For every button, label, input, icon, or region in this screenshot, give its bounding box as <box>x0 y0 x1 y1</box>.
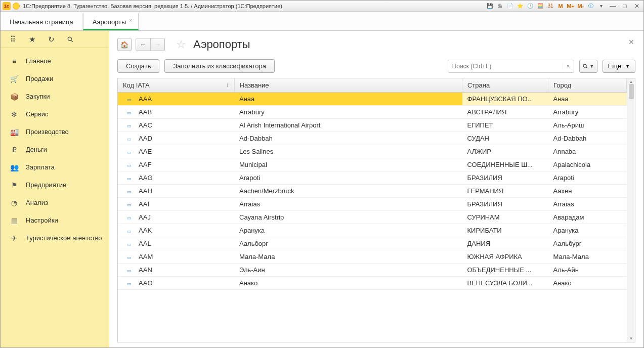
forward-button[interactable]: → <box>150 38 164 51</box>
sidebar-item-label: Предприятие <box>26 181 66 189</box>
sidebar-item-3[interactable]: ✻Сервис <box>1 105 109 123</box>
more-button-label: Еще <box>608 62 621 70</box>
close-window-button[interactable]: ✕ <box>632 2 641 10</box>
more-button[interactable]: Еще ▼ <box>603 60 635 73</box>
table-row[interactable]: ▭ AAFMunicipalСОЕДИНЕННЫЕ Ш...Apalachico… <box>118 158 627 171</box>
table-row[interactable]: ▭ AABArraburyАВСТРАЛИЯArrabury <box>118 106 627 119</box>
scroll-down-icon[interactable]: ▼ <box>629 336 633 341</box>
history-icon[interactable]: 🕓 <box>526 2 534 10</box>
memory-m-button[interactable]: M <box>556 2 565 10</box>
row-icon: ▭ <box>127 202 132 207</box>
close-page-button[interactable]: ✕ <box>628 38 634 46</box>
tab-close-icon[interactable]: × <box>129 18 132 23</box>
favorite-page-icon[interactable]: ☆ <box>176 38 186 51</box>
sidebar-item-5[interactable]: ₽Деньги <box>1 141 109 158</box>
sidebar-item-label: Производство <box>26 128 69 136</box>
table-row[interactable]: ▭ AAOАнакоВЕНЕСУЭЛА БОЛИ...Анако <box>118 277 627 290</box>
apps-icon[interactable]: ⠿ <box>8 34 18 45</box>
column-header-iata[interactable]: Код IATA↓ <box>118 78 234 93</box>
row-icon: ▭ <box>127 242 132 247</box>
sidebar-item-8[interactable]: ◔Анализ <box>1 194 109 211</box>
table-row[interactable]: ▭ AAHAachen/MerzbruckГЕРМАНИЯАахен <box>118 185 627 198</box>
page-toolbar: Создать Заполнить из классификатора × ▼ … <box>117 59 635 73</box>
sidebar-item-icon: 🏭 <box>10 127 19 137</box>
search-icon[interactable] <box>65 34 75 45</box>
create-button[interactable]: Создать <box>117 59 159 73</box>
favorite-icon[interactable]: ⭐ <box>516 2 524 10</box>
row-icon: ▭ <box>127 268 132 273</box>
row-icon: ▭ <box>127 150 132 155</box>
sidebar-item-icon: ◔ <box>10 198 19 207</box>
table-row[interactable]: ▭ AAELes SalinesАЛЖИРAnnaba <box>118 145 627 158</box>
sidebar-item-9[interactable]: ▤Настройки <box>1 211 109 229</box>
row-icon: ▭ <box>127 229 132 234</box>
svg-line-3 <box>586 67 587 68</box>
sidebar-item-icon: ✻ <box>10 110 19 119</box>
svg-point-2 <box>583 64 586 67</box>
row-icon: ▭ <box>127 97 132 102</box>
row-icon: ▭ <box>127 110 132 115</box>
clipboard-icon[interactable]: ↻ <box>46 34 56 45</box>
sidebar-toolbar: ⠿ ★ ↻ <box>1 31 109 48</box>
sidebar-item-7[interactable]: ⚑Предприятие <box>1 176 109 194</box>
table-row[interactable]: ▭ AADAd-DabbahСУДАНAd-Dabbah <box>118 132 627 145</box>
app-menu-dropdown-icon[interactable] <box>13 3 20 10</box>
maximize-button[interactable]: □ <box>620 2 629 10</box>
sidebar-item-2[interactable]: 📦Закупки <box>1 88 109 105</box>
app-logo-icon: 1c <box>3 2 11 10</box>
info-icon[interactable]: ⓘ <box>587 2 595 10</box>
table-row[interactable]: ▭ AACAl Arish International AirportЕГИПЕ… <box>118 119 627 132</box>
calculator-icon[interactable]: 🧮 <box>536 2 544 10</box>
search-options-button[interactable]: ▼ <box>579 60 597 73</box>
table-row[interactable]: ▭ AAIArraiasБРАЗИЛИЯArraias <box>118 198 627 211</box>
minimize-button[interactable]: — <box>608 2 617 10</box>
sidebar-item-0[interactable]: ≡Главное <box>1 52 109 70</box>
sidebar-item-10[interactable]: ✈Туристическое агентство <box>1 229 109 247</box>
vertical-scrollbar[interactable]: ▲ ▼ <box>627 78 635 342</box>
table-row[interactable]: ▭ AAJCayana AirstripСУРИНАМАварадам <box>118 211 627 224</box>
svg-point-0 <box>68 37 71 40</box>
sidebar-item-4[interactable]: 🏭Производство <box>1 123 109 141</box>
sidebar-item-label: Анализ <box>26 199 48 206</box>
sidebar-item-icon: 🛒 <box>10 74 19 83</box>
sidebar-item-icon: ≡ <box>10 57 19 66</box>
table-row[interactable]: ▭ AALАальборгДАНИЯАальбург <box>118 237 627 250</box>
column-header-country[interactable]: Страна <box>462 78 548 93</box>
sidebar-item-icon: 👥 <box>10 163 19 172</box>
sidebar-item-icon: ₽ <box>10 145 19 154</box>
table-row[interactable]: ▭ AAGArapotiБРАЗИЛИЯArapoti <box>118 171 627 185</box>
sidebar-item-6[interactable]: 👥Зарплата <box>1 158 109 176</box>
clear-search-button[interactable]: × <box>563 63 574 70</box>
fill-from-classifier-button[interactable]: Заполнить из классификатора <box>164 59 275 73</box>
table-row[interactable]: ▭ AANЭль-АинОБЪЕДИНЕННЫЕ ...Аль-Айн <box>118 264 627 277</box>
table-row[interactable]: ▭ AAMМала-МалаЮЖНАЯ АФРИКАМала-Мала <box>118 250 627 264</box>
memory-mplus-button[interactable]: M+ <box>567 2 575 10</box>
info-dropdown-icon[interactable]: ▾ <box>597 2 605 10</box>
save-icon[interactable]: 💾 <box>486 2 494 10</box>
scroll-thumb[interactable] <box>629 84 634 99</box>
table-row[interactable]: ▭ AAKАранукаКИРИБАТИАранука <box>118 224 627 237</box>
table-row[interactable]: ▭ AAAАнааФРАНЦУЗСКАЯ ПО...Анаа <box>118 93 627 106</box>
row-icon: ▭ <box>127 189 132 194</box>
tab-0[interactable]: Начальная страница <box>1 13 83 30</box>
document-icon[interactable]: 📄 <box>506 2 514 10</box>
calendar-icon[interactable]: 31 <box>546 2 554 10</box>
home-button[interactable]: 🏠 <box>117 38 132 51</box>
row-icon: ▭ <box>127 137 132 142</box>
column-header-city[interactable]: Город <box>548 78 627 93</box>
row-icon: ▭ <box>127 255 132 260</box>
sidebar-item-1[interactable]: 🛒Продажи <box>1 70 109 88</box>
search-input[interactable] <box>448 63 563 70</box>
print-icon[interactable]: 🖶 <box>496 2 504 10</box>
star-icon[interactable]: ★ <box>27 34 37 45</box>
scroll-up-icon[interactable]: ▲ <box>629 79 633 84</box>
sidebar-item-icon: ⚑ <box>10 181 19 190</box>
memory-mminus-button[interactable]: M- <box>577 2 585 10</box>
nav-arrows: ← → <box>136 38 165 51</box>
tab-1[interactable]: Аэропорты× <box>83 13 139 30</box>
row-icon: ▭ <box>127 163 132 168</box>
data-table-scroll[interactable]: Код IATA↓ Название Страна Город ▭ AAAАна… <box>118 78 627 342</box>
column-header-name[interactable]: Название <box>234 78 462 93</box>
back-button[interactable]: ← <box>136 38 150 51</box>
sidebar: ⠿ ★ ↻ ≡Главное🛒Продажи📦Закупки✻Сервис🏭Пр… <box>1 31 109 347</box>
